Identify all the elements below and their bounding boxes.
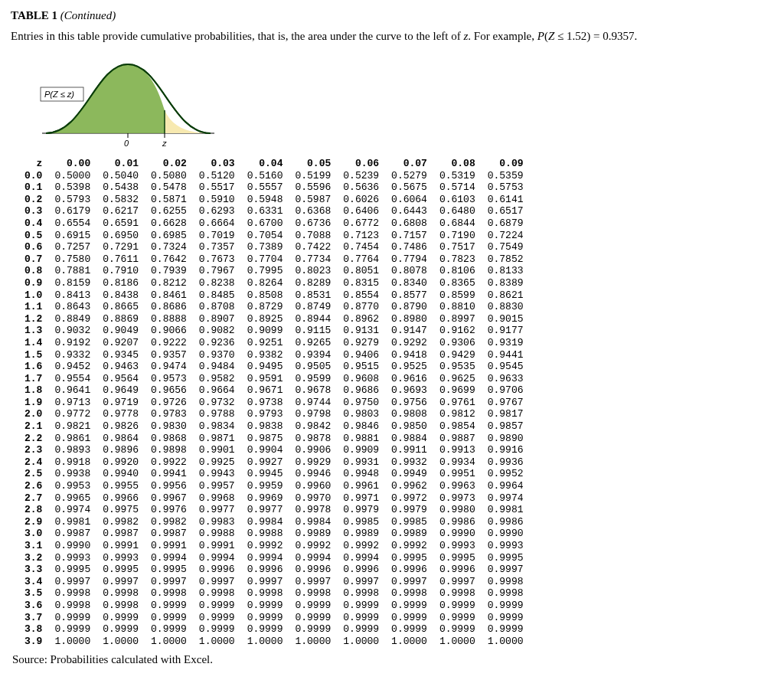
row-label: 0.3 (18, 205, 48, 217)
table-row: 0.20.57930.58320.58710.59100.59480.59870… (18, 194, 530, 206)
z-cell: 0.8315 (337, 277, 385, 289)
z-cell: 0.9999 (289, 600, 337, 612)
z-cell: 0.9793 (241, 408, 289, 420)
z-cell: 0.7704 (241, 253, 289, 266)
z-cell: 0.9131 (337, 325, 385, 337)
z-cell: 0.9251 (241, 337, 289, 349)
z-cell: 0.9970 (289, 492, 337, 505)
z-cell: 0.9505 (289, 361, 337, 373)
table-row: 1.80.96410.96490.96560.96640.96710.96780… (18, 384, 530, 397)
z-cell: 0.6591 (96, 217, 145, 230)
z-cell: 0.9995 (145, 564, 193, 576)
z-cell: 0.7088 (289, 230, 337, 242)
z-cell: 0.9989 (337, 528, 385, 540)
z-cell: 0.7823 (433, 253, 482, 266)
z-cell: 0.8665 (96, 301, 145, 313)
z-cell: 0.9664 (193, 384, 241, 397)
z-cell: 0.5199 (289, 170, 337, 182)
z-cell: 0.9943 (193, 468, 241, 480)
z-cell: 0.6443 (385, 205, 433, 217)
z-cell: 0.9999 (241, 623, 289, 636)
z-cell: 0.5753 (482, 181, 530, 194)
z-cell: 0.9332 (48, 349, 96, 361)
row-label: 3.0 (18, 528, 48, 540)
z-cell: 0.9999 (482, 600, 530, 612)
z-cell: 0.9904 (241, 444, 289, 456)
z-cell: 0.9993 (96, 552, 145, 564)
z-cell: 0.6628 (145, 217, 193, 230)
z-cell: 0.9984 (241, 516, 289, 528)
z-cell: 0.9997 (96, 576, 145, 588)
z-cell: 0.8051 (337, 265, 385, 277)
z-cell: 0.6255 (145, 205, 193, 217)
table-row: 3.10.99900.99910.99910.99910.99920.99920… (18, 540, 530, 552)
z-cell: 0.5319 (433, 170, 482, 182)
z-cell: 0.7454 (337, 241, 385, 253)
z-cell: 0.9999 (289, 612, 337, 624)
z-cell: 0.7517 (433, 241, 482, 253)
row-label: 3.7 (18, 612, 48, 624)
z-cell: 0.9961 (337, 480, 385, 492)
z-cell: 0.8365 (433, 277, 482, 289)
z-cell: 0.7549 (482, 241, 530, 253)
z-cell: 0.9429 (433, 349, 482, 361)
z-cell: 0.9761 (433, 397, 482, 409)
row-label: 1.8 (18, 384, 48, 397)
z-cell: 0.7881 (48, 265, 96, 277)
z-cell: 0.9972 (385, 492, 433, 505)
z-cell: 0.9966 (96, 492, 145, 505)
z-cell: 0.9525 (385, 361, 433, 373)
row-label: 0.7 (18, 253, 48, 266)
z-cell: 0.9991 (145, 540, 193, 552)
z-cell: 0.9998 (96, 600, 145, 612)
z-cell: 0.6368 (289, 205, 337, 217)
z-cell: 0.9999 (482, 612, 530, 624)
z-cell: 0.7019 (193, 230, 241, 242)
z-cell: 0.6179 (48, 205, 96, 217)
z-cell: 0.7673 (193, 253, 241, 266)
z-cell: 0.9993 (433, 540, 482, 552)
z-cell: 0.5793 (48, 194, 96, 206)
table-row: 2.70.99650.99660.99670.99680.99690.99700… (18, 492, 530, 505)
z-cell: 0.8869 (96, 313, 145, 325)
z-cell: 0.9719 (96, 397, 145, 409)
z-cell: 0.7734 (289, 253, 337, 266)
z-cell: 0.7794 (385, 253, 433, 266)
z-cell: 0.9978 (289, 504, 337, 516)
z-cell: 0.9713 (48, 397, 96, 409)
z-cell: 0.9974 (482, 492, 530, 505)
z-cell: 0.5239 (337, 170, 385, 182)
source-note: Source: Probabilities calculated with Ex… (12, 653, 773, 666)
z-cell: 0.8749 (289, 301, 337, 313)
z-cell: 0.9991 (96, 540, 145, 552)
z-cell: 0.9207 (96, 337, 145, 349)
z-cell: 0.9999 (96, 623, 145, 636)
z-cell: 0.6985 (145, 230, 193, 242)
table-row: 1.30.90320.90490.90660.90820.90990.91150… (18, 325, 530, 337)
z-cell: 0.9964 (482, 480, 530, 492)
z-cell: 0.6700 (241, 217, 289, 230)
normal-curve-diagram: P(Z ≤ z) 0 z (38, 57, 773, 149)
z-cell: 0.9686 (337, 384, 385, 397)
col-header: 0.06 (337, 158, 385, 170)
z-cell: 0.9999 (145, 600, 193, 612)
z-cell: 0.9998 (482, 587, 530, 600)
z-cell: 0.8554 (337, 289, 385, 302)
z-cell: 0.9990 (48, 540, 96, 552)
z-cell: 0.9999 (241, 612, 289, 624)
table-title: TABLE 1 (Continued) (11, 9, 773, 22)
z-cell: 0.9495 (241, 361, 289, 373)
z-cell: 0.9999 (289, 623, 337, 636)
z-cell: 0.9962 (385, 480, 433, 492)
z-cell: 1.0000 (433, 636, 482, 648)
row-label: 3.9 (18, 636, 48, 648)
z-cell: 0.9948 (337, 468, 385, 480)
z-cell: 0.9996 (337, 564, 385, 576)
table-row: 1.10.86430.86650.86860.87080.87290.87490… (18, 301, 530, 313)
z-cell: 0.9929 (289, 456, 337, 469)
z-cell: 0.9292 (385, 337, 433, 349)
z-cell: 0.9826 (96, 420, 145, 433)
col-header: 0.07 (385, 158, 433, 170)
z-cell: 0.7852 (482, 253, 530, 266)
z-cell: 0.8962 (337, 313, 385, 325)
